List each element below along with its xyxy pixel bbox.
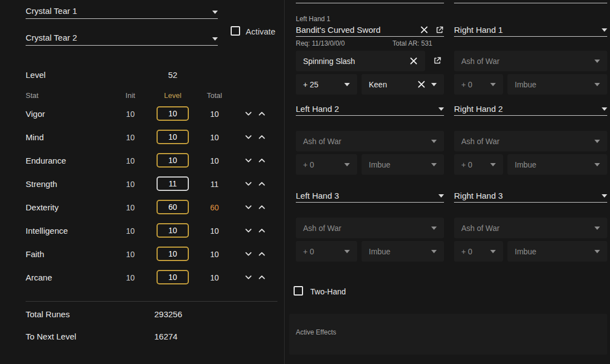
cutoff-field-underline bbox=[454, 3, 607, 3]
chevron-up-icon[interactable] bbox=[257, 203, 266, 211]
stat-row-endurance: Endurance 10 10 10 bbox=[0, 153, 284, 169]
ash-of-war-external-link-icon[interactable] bbox=[433, 56, 442, 65]
chevron-up-icon[interactable] bbox=[257, 179, 266, 188]
chevron-down-icon[interactable] bbox=[244, 156, 253, 165]
right-hand-1-imbue-select[interactable]: Imbue bbox=[507, 74, 607, 95]
left-hand-3-select[interactable]: Left Hand 3 bbox=[296, 190, 444, 203]
left-hand-3-imbue-select[interactable]: Imbue bbox=[362, 241, 444, 262]
left-hand-2-select[interactable]: Left Hand 2 bbox=[296, 104, 444, 116]
upgrade-placeholder: + 0 bbox=[461, 80, 485, 89]
right-hand-3-imbue-select[interactable]: Imbue bbox=[507, 241, 607, 262]
right-hand-1-ash-of-war-select[interactable]: Ash of War bbox=[454, 51, 607, 71]
stat-level-input[interactable]: 11 bbox=[157, 176, 189, 191]
chevron-up-icon[interactable] bbox=[257, 132, 266, 141]
crystal-tear-2-select[interactable]: Crystal Tear 2 bbox=[26, 32, 218, 46]
right-hand-3-select[interactable]: Right Hand 3 bbox=[454, 190, 607, 203]
right-hand-2-imbue-select[interactable]: Imbue bbox=[507, 154, 607, 175]
stat-name: Faith bbox=[26, 249, 44, 259]
upgrade-placeholder: + 0 bbox=[461, 247, 485, 256]
left-hand-1-ash-of-war-select[interactable]: Spinning Slash bbox=[296, 51, 425, 71]
chevron-down-icon[interactable] bbox=[244, 203, 253, 211]
stat-level-input[interactable]: 10 bbox=[157, 130, 189, 144]
left-hand-2-ash-of-war-select[interactable]: Ash of War bbox=[296, 131, 444, 151]
chevron-up-icon[interactable] bbox=[257, 226, 266, 235]
stat-level-input[interactable]: 10 bbox=[157, 247, 189, 261]
column-header-stat: Stat bbox=[26, 91, 38, 100]
weapon-total-ar: Total AR: 531 bbox=[393, 40, 432, 47]
chevron-down-icon[interactable] bbox=[244, 273, 253, 282]
left-hand-1-imbue-select[interactable]: Keen bbox=[362, 74, 444, 95]
left-hand-1-weapon-field[interactable]: Bandit's Curved Sword bbox=[296, 23, 444, 37]
chevron-down-icon bbox=[602, 28, 607, 32]
ash-of-war-placeholder: Ash of War bbox=[303, 137, 426, 146]
stat-name: Mind bbox=[26, 132, 44, 142]
chevron-up-icon[interactable] bbox=[257, 249, 266, 258]
stat-init-value: 10 bbox=[121, 180, 139, 189]
stat-level-input[interactable]: 10 bbox=[157, 106, 189, 121]
left-hand-1-upgrade-select[interactable]: + 25 bbox=[296, 74, 357, 95]
two-hand-checkbox[interactable] bbox=[294, 286, 303, 296]
activate-checkbox[interactable] bbox=[231, 26, 240, 36]
chevron-down-icon bbox=[438, 107, 444, 111]
right-hand-2-upgrade-select[interactable]: + 0 bbox=[454, 154, 503, 175]
stat-total-value: 10 bbox=[201, 250, 228, 259]
column-header-total: Total bbox=[201, 91, 228, 100]
weapon-external-link-icon[interactable] bbox=[435, 26, 444, 35]
left-hand-2-imbue-select[interactable]: Imbue bbox=[362, 154, 444, 175]
stat-level-input[interactable]: 10 bbox=[157, 223, 189, 238]
chevron-down-icon bbox=[594, 250, 600, 253]
imbue-placeholder: Imbue bbox=[369, 247, 426, 256]
chevron-up-icon[interactable] bbox=[257, 273, 266, 282]
upgrade-placeholder: + 0 bbox=[461, 160, 485, 169]
chevron-down-icon[interactable] bbox=[244, 249, 253, 258]
right-hand-1-label: Right Hand 1 bbox=[454, 25, 503, 35]
to-next-level-value: 16274 bbox=[154, 332, 178, 341]
imbue-placeholder: Imbue bbox=[515, 80, 589, 89]
ash-of-war-placeholder: Ash of War bbox=[461, 57, 589, 66]
chevron-up-icon[interactable] bbox=[257, 109, 266, 118]
right-hand-1-upgrade-select[interactable]: + 0 bbox=[454, 74, 503, 95]
stat-init-value: 10 bbox=[121, 156, 139, 165]
stat-init-value: 10 bbox=[121, 250, 139, 259]
weapon-stats-row: Req: 11/13/0/0/0 Total AR: 531 bbox=[296, 40, 432, 47]
chevron-down-icon bbox=[490, 250, 496, 253]
stat-level-input[interactable]: 60 bbox=[157, 200, 189, 214]
stat-total-value: 11 bbox=[201, 180, 228, 189]
right-hand-1-select[interactable]: Right Hand 1 bbox=[454, 24, 607, 37]
total-runes-value: 293256 bbox=[154, 309, 182, 319]
clear-imbue-button[interactable] bbox=[417, 80, 426, 88]
clear-ash-of-war-button[interactable] bbox=[409, 57, 418, 65]
chevron-down-icon bbox=[344, 250, 350, 253]
clear-weapon-button[interactable] bbox=[420, 26, 428, 34]
stat-init-value: 10 bbox=[121, 110, 139, 119]
stat-init-value: 10 bbox=[121, 133, 139, 142]
chevron-down-icon[interactable] bbox=[244, 179, 253, 188]
left-hand-2-upgrade-select[interactable]: + 0 bbox=[296, 154, 357, 175]
left-hand-3-upgrade-select[interactable]: + 0 bbox=[296, 241, 357, 262]
chevron-down-icon bbox=[438, 194, 444, 198]
right-hand-2-select[interactable]: Right Hand 2 bbox=[454, 104, 607, 116]
chevron-down-icon bbox=[594, 140, 600, 143]
stat-row-dexterity: Dexterity 10 60 60 bbox=[0, 200, 284, 215]
stat-row-strength: Strength 10 11 11 bbox=[0, 176, 284, 192]
upgrade-value: + 25 bbox=[303, 80, 339, 89]
chevron-down-icon bbox=[431, 163, 437, 166]
stat-total-value: 10 bbox=[201, 227, 228, 235]
chevron-down-icon[interactable] bbox=[244, 226, 253, 235]
chevron-up-icon[interactable] bbox=[257, 156, 266, 165]
left-hand-3-ash-of-war-select[interactable]: Ash of War bbox=[296, 218, 444, 238]
stat-row-arcane: Arcane 10 10 10 bbox=[0, 270, 284, 286]
stat-level-input[interactable]: 10 bbox=[157, 270, 189, 284]
chevron-down-icon bbox=[594, 60, 600, 63]
stat-level-input[interactable]: 10 bbox=[157, 153, 189, 168]
crystal-tear-1-select[interactable]: Crystal Tear 1 bbox=[26, 6, 218, 19]
right-hand-2-ash-of-war-select[interactable]: Ash of War bbox=[454, 131, 607, 151]
chevron-down-icon[interactable] bbox=[244, 109, 253, 118]
right-hand-3-upgrade-select[interactable]: + 0 bbox=[454, 241, 503, 262]
crystal-tear-2-label: Crystal Tear 2 bbox=[26, 33, 77, 42]
left-hand-1-label: Left Hand 1 bbox=[296, 15, 330, 23]
chevron-down-icon[interactable] bbox=[244, 132, 253, 141]
right-hand-3-ash-of-war-select[interactable]: Ash of War bbox=[454, 218, 607, 238]
panel-divider bbox=[284, 0, 285, 364]
left-hand-3-label: Left Hand 3 bbox=[296, 191, 339, 200]
